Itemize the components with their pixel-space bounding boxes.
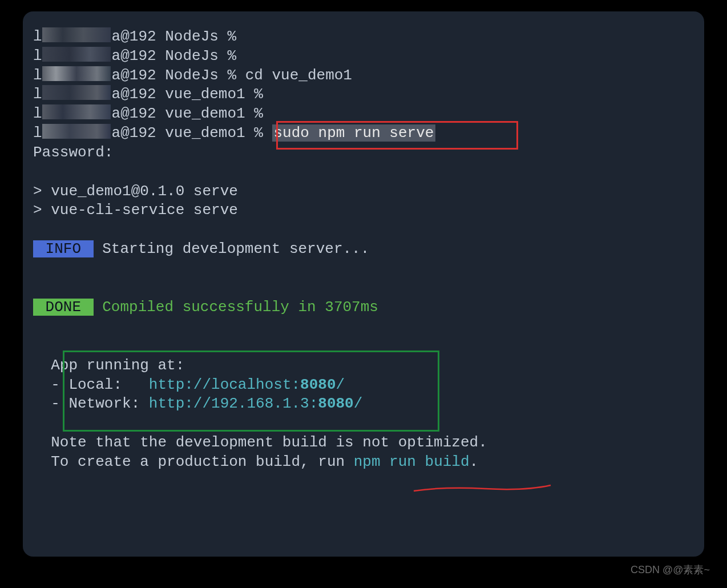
sudo-command: sudo npm run serve (272, 124, 436, 142)
local-url[interactable]: http://localhost:8080/ (149, 376, 345, 393)
prompt-line: la@192 NodeJs % (33, 47, 694, 66)
prompt-user-prefix: l (33, 85, 42, 104)
app-running-network: - Network: http://192.168.1.3:8080/ (33, 394, 694, 414)
app-running-header: App running at: (33, 356, 694, 376)
prompt-line: la@192 vue_demo1 % (33, 85, 694, 104)
prompt-user-prefix: l (33, 66, 42, 86)
redacted-username (42, 104, 111, 119)
blank-line (33, 414, 694, 433)
prompt-line: la@192 vue_demo1 % (33, 104, 694, 124)
redacted-username (42, 47, 111, 62)
terminal-window[interactable]: la@192 NodeJs % la@192 NodeJs % la@192 N… (23, 11, 704, 557)
done-badge: DONE (33, 299, 94, 316)
blank-line (33, 259, 694, 279)
network-url[interactable]: http://192.168.1.3:8080/ (149, 395, 362, 412)
done-text: Compiled successfully in 3707ms (94, 299, 378, 316)
prompt-line: la@192 vue_demo1 % sudo npm run serve (33, 124, 694, 143)
blank-line (33, 279, 694, 298)
note-line: Note that the development build is not o… (33, 433, 694, 453)
npm-output-line: > vue_demo1@0.1.0 serve (33, 182, 694, 202)
redacted-username (42, 85, 111, 100)
prompt-user-prefix: l (33, 47, 42, 66)
password-prompt: Password: (33, 143, 694, 163)
done-line: DONE Compiled successfully in 3707ms (33, 298, 694, 317)
watermark: CSDN @@素素~ (631, 563, 710, 577)
redacted-username (42, 27, 111, 42)
blank-line (33, 337, 694, 356)
prompt-host-dir: a@192 NodeJs % (112, 27, 236, 47)
annotation-red-underline (411, 480, 554, 497)
blank-line (33, 317, 694, 337)
prompt-line: la@192 NodeJs % (33, 27, 694, 47)
npm-run-build-cmd: npm run build (354, 453, 470, 470)
prompt-line: la@192 NodeJs % cd vue_demo1 (33, 66, 694, 86)
prompt-host-dir: a@192 vue_demo1 % sudo npm run serve (112, 124, 436, 143)
prompt-host-dir: a@192 NodeJs % (112, 47, 236, 66)
redacted-username (42, 66, 111, 81)
blank-line (33, 220, 694, 240)
prompt-user-prefix: l (33, 124, 42, 143)
info-badge: INFO (33, 240, 94, 257)
info-text: Starting development server... (94, 240, 370, 257)
prompt-user-prefix: l (33, 104, 42, 124)
note-line: To create a production build, run npm ru… (33, 453, 694, 472)
prompt-host-dir: a@192 vue_demo1 % (112, 85, 263, 104)
redacted-username (42, 124, 111, 139)
prompt-host-dir: a@192 vue_demo1 % (112, 104, 263, 124)
blank-line (33, 163, 694, 182)
prompt-host-dir: a@192 NodeJs % cd vue_demo1 (112, 66, 352, 86)
app-running-local: - Local: http://localhost:8080/ (33, 376, 694, 395)
info-line: INFO Starting development server... (33, 240, 694, 259)
npm-output-line: > vue-cli-service serve (33, 201, 694, 220)
prompt-user-prefix: l (33, 27, 42, 47)
